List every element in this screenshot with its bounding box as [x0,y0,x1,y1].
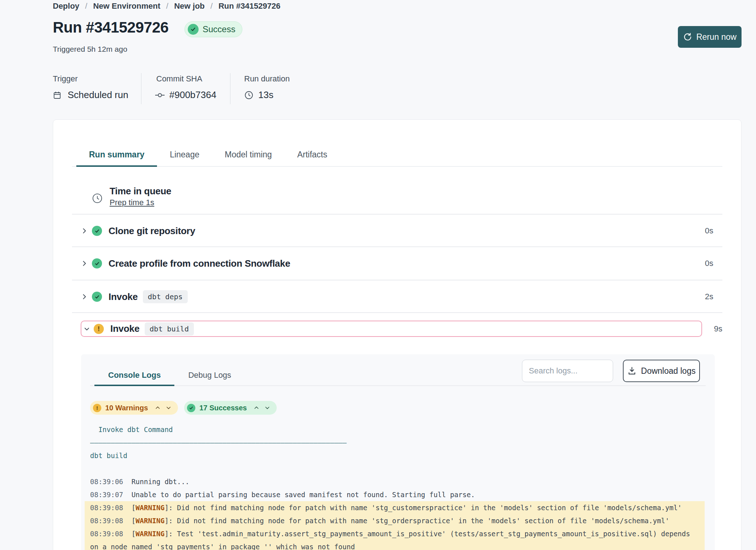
commit-icon [155,91,165,100]
step-title: Clone git repository [109,225,195,237]
log-line: 08:39:06 Running dbt... [85,475,705,488]
success-check-icon [92,226,102,236]
commit-sha-value: #900b7364 [155,89,216,101]
time-in-queue-title: Time in queue [110,186,171,196]
warnings-badge-label: 10 Warnings [105,404,148,412]
logs-tabs: Console Logs Debug Logs [90,354,706,386]
log-line: 08:39:08 [WARNING]: Did not find matchin… [85,501,705,514]
run-summary-card: Run summary Lineage Model timing Artifac… [53,119,742,550]
calendar-icon [53,91,61,100]
log-filter-badges: ! 10 Warnings 17 Successes [90,401,277,415]
row-divider [72,312,722,313]
warnings-badge[interactable]: ! 10 Warnings [90,401,178,415]
breadcrumb-separator: / [211,1,213,11]
clock-icon [244,90,254,100]
breadcrumb-job[interactable]: New job [174,1,204,11]
step-duration: 9s [714,324,722,334]
chevron-down-icon[interactable] [166,405,171,411]
meta-divider [230,73,230,104]
success-check-icon [92,292,102,302]
step-create-profile[interactable]: Create profile from connection Snowflake… [72,247,722,280]
chevron-up-icon[interactable] [254,405,259,411]
search-logs-input[interactable] [522,360,613,382]
warning-icon: ! [93,404,101,412]
tab-console-logs[interactable]: Console Logs [94,365,174,385]
rerun-now-button[interactable]: Rerun now [678,26,742,48]
meta-divider [141,73,141,104]
trigger-value: Scheduled run [53,89,128,101]
log-line: 08:39:08 [WARNING]: Test 'test.admin_mat… [85,527,705,550]
chevron-down-icon[interactable] [84,326,91,332]
log-line: Invoke dbt Command [85,423,705,436]
console-log-output: Invoke dbt Command——————————————————————… [85,423,705,550]
triggered-timestamp: Triggered 5h 12m ago [53,45,127,54]
tab-debug-logs[interactable]: Debug Logs [174,365,245,385]
rerun-now-label: Rerun now [696,32,736,42]
tab-model-timing[interactable]: Model timing [212,143,284,166]
time-in-queue-section: Time in queue Prep time 1s [92,186,171,207]
step-invoke-dbt-deps[interactable]: Invoke dbt deps 2s [72,280,722,313]
tab-run-summary[interactable]: Run summary [76,143,157,166]
success-check-icon [188,24,199,35]
success-check-icon [92,258,102,268]
tab-artifacts[interactable]: Artifacts [285,143,340,166]
tab-lineage[interactable]: Lineage [157,143,212,166]
warning-icon: ! [94,324,104,334]
download-logs-label: Download logs [641,366,696,376]
chevron-right-icon[interactable] [81,227,89,234]
chevron-up-icon[interactable] [155,405,161,411]
log-line: 08:39:08 [WARNING]: Did not find matchin… [85,514,705,527]
step-duration: 2s [705,292,713,301]
step-title: Invoke [110,323,140,334]
step-invoke-dbt-build-box[interactable]: ! Invoke dbt build [81,321,702,337]
step-title: Create profile from connection Snowflake [109,258,290,269]
download-icon [627,366,637,376]
step-clone-git-repository[interactable]: Clone git repository 0s [72,215,722,247]
successes-badge[interactable]: 17 Successes [184,401,277,415]
status-badge-label: Success [203,24,235,34]
chevron-right-icon[interactable] [81,260,89,267]
log-line: ————————————————————————————————————————… [85,436,705,449]
command-chip: dbt deps [143,290,188,303]
run-duration-value: 13s [244,89,273,101]
run-duration-label: Run duration [244,74,290,84]
refresh-icon [683,32,692,42]
chevron-down-icon[interactable] [264,405,270,411]
page-title: Run #341529726 [53,19,169,36]
status-badge: Success [184,21,242,37]
prep-time-link[interactable]: Prep time 1s [110,198,154,207]
step-title: Invoke [109,291,138,302]
success-check-icon [187,404,195,412]
step-invoke-dbt-build[interactable]: ! Invoke dbt build 9s [72,321,722,337]
commit-sha-label: Commit SHA [156,74,202,84]
commit-sha-text: #900b7364 [169,89,216,101]
breadcrumb-current-run: Run #341529726 [218,1,280,11]
clock-icon [92,193,103,207]
run-duration-text: 13s [258,89,273,101]
step-duration: 0s [705,259,713,268]
log-line: 08:39:07 Unable to do partial parsing be… [85,488,705,501]
breadcrumb-separator: / [166,1,168,11]
logs-panel: Console Logs Debug Logs Download logs ! … [81,354,715,550]
breadcrumb-separator: / [85,1,87,11]
run-tabs: Run summary Lineage Model timing Artifac… [72,120,722,167]
command-chip: dbt build [145,322,194,335]
log-line: dbt build [85,449,705,462]
trigger-label: Trigger [53,74,78,84]
download-logs-button[interactable]: Download logs [623,360,700,382]
step-duration: 0s [705,226,713,236]
successes-badge-label: 17 Successes [199,404,247,412]
log-line [85,462,705,475]
breadcrumb-environment[interactable]: New Environment [93,1,160,11]
chevron-right-icon[interactable] [81,293,89,300]
breadcrumb: Deploy / New Environment / New job / Run… [53,1,280,11]
trigger-value-text: Scheduled run [68,89,128,101]
breadcrumb-deploy[interactable]: Deploy [53,1,79,11]
